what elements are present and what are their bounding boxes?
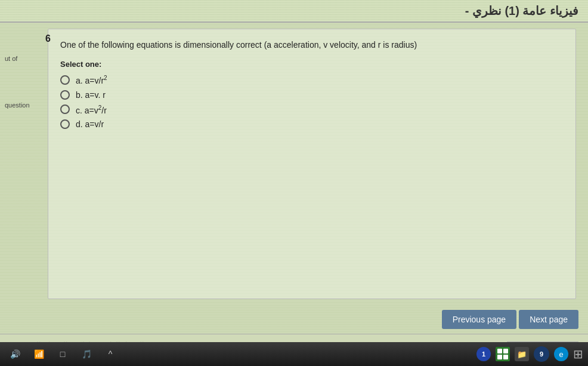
edge-symbol: e [559, 350, 563, 359]
option-a-row[interactable]: a. a=v/r2 [60, 75, 564, 85]
top-header: فيزياء عامة (1) نظري - [0, 0, 588, 23]
notification-count: 1 [482, 350, 485, 358]
volume-icon: 🔊 [8, 347, 21, 361]
radio-option-c[interactable] [60, 104, 70, 114]
option-d-row[interactable]: d. a=v/r [60, 119, 564, 129]
question-container: One of the following equations is dimens… [48, 29, 576, 299]
question-number: 6 [45, 33, 51, 44]
taskbar-music[interactable]: 🎵 [76, 346, 97, 362]
page-title: فيزياء عامة (1) نظري - [465, 4, 578, 18]
sidebar: ut of question [0, 23, 48, 305]
previous-page-button[interactable]: Previous page [442, 310, 517, 329]
radio-option-a[interactable] [60, 75, 70, 85]
grid-app-icon[interactable] [496, 347, 510, 361]
next-page-button[interactable]: Next page [519, 310, 578, 329]
option-c-text: c. a=v2/r [76, 104, 107, 115]
question-text: One of the following equations is dimens… [60, 39, 564, 51]
taskbar-volume[interactable]: 🔊 [5, 346, 25, 362]
option-b-text: b. a=v. r [76, 90, 106, 100]
navigation-area: Previous page Next page [0, 305, 588, 334]
taskbar-chevron[interactable]: ^ [100, 346, 120, 362]
option-b-row[interactable]: b. a=v. r [60, 90, 564, 100]
taskbar-screen[interactable]: □ [52, 346, 73, 362]
taskbar-right: 1 📁 9 e ⊞ [476, 346, 583, 362]
notification-circle: 1 [476, 347, 491, 361]
screen-icon: □ [56, 347, 69, 361]
app-circle-symbol: 9 [540, 350, 543, 358]
radio-option-d[interactable] [60, 119, 70, 129]
grid-symbol: ⊞ [573, 347, 583, 361]
wifi-icon: 📶 [32, 347, 45, 361]
taskbar-grid-icon[interactable]: ⊞ [573, 347, 583, 361]
taskbar: 🔊 📶 □ 🎵 ^ 1 📁 9 e ⊞ [0, 342, 588, 366]
app-circle-icon[interactable]: 9 [534, 346, 549, 362]
edge-browser-icon[interactable]: e [554, 347, 568, 361]
radio-option-b[interactable] [60, 90, 70, 100]
folder-icon-symbol: 📁 [517, 350, 527, 359]
chevron-up-icon: ^ [104, 347, 117, 361]
select-one-label: Select one: [60, 60, 564, 69]
taskbar-wifi[interactable]: 📶 [29, 346, 49, 362]
music-icon: 🎵 [80, 347, 93, 361]
option-c-row[interactable]: c. a=v2/r [60, 104, 564, 115]
question-label: question [5, 102, 30, 109]
option-a-text: a. a=v/r2 [76, 75, 107, 85]
folder-icon[interactable]: 📁 [515, 347, 529, 361]
option-d-text: d. a=v/r [76, 119, 104, 129]
out-of-label: ut of [5, 55, 17, 62]
